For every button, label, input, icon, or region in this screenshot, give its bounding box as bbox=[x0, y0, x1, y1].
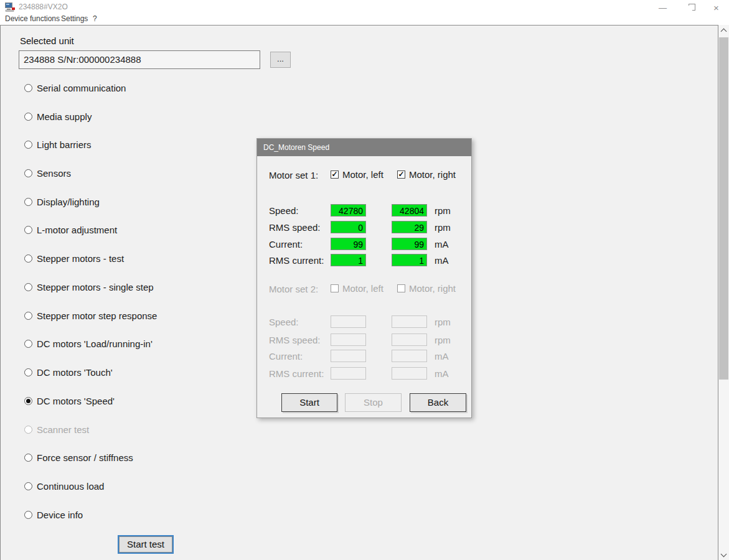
radio-icon bbox=[24, 340, 32, 348]
test-option-sensors[interactable]: Sensors bbox=[24, 167, 71, 179]
radio-selected-icon bbox=[24, 397, 32, 405]
set2-rms-current-left-value bbox=[331, 367, 366, 380]
test-option-label: Scanner test bbox=[37, 424, 89, 435]
test-option-serial-communication[interactable]: Serial communication bbox=[24, 82, 126, 93]
checkbox-checked-icon bbox=[397, 170, 405, 179]
set1-rms-speed-right-value: 29 bbox=[392, 221, 427, 233]
test-option-label: Media supply bbox=[37, 111, 92, 122]
restore-icon[interactable] bbox=[675, 0, 703, 15]
test-option-stepper-motors-single-step[interactable]: Stepper motors - single step bbox=[24, 281, 154, 292]
test-option-dc-motors-speed[interactable]: DC motors 'Speed' bbox=[24, 395, 115, 406]
menu-help[interactable]: ? bbox=[93, 14, 97, 23]
close-icon[interactable]: × bbox=[702, 0, 729, 15]
set2-rms-current-unit: mA bbox=[435, 368, 449, 379]
radio-icon bbox=[24, 368, 32, 376]
checkbox-checked-icon bbox=[331, 170, 339, 179]
test-option-dc-motors-touch[interactable]: DC motors 'Touch' bbox=[24, 366, 113, 378]
motor-set-2-left-checkbox: Motor, left bbox=[331, 283, 383, 294]
motor-set-2-right-checkbox: Motor, right bbox=[397, 283, 456, 294]
motor-set-1-label: Motor set 1: bbox=[269, 170, 318, 180]
radio-icon bbox=[24, 511, 32, 519]
test-option-label: Force sensor / stiffness bbox=[37, 452, 133, 463]
scrollbar-thumb[interactable] bbox=[719, 37, 728, 380]
test-option-scanner-test: Scanner test bbox=[24, 424, 89, 435]
set2-rms-speed-unit: rpm bbox=[435, 335, 451, 345]
test-option-stepper-motor-step-response[interactable]: Stepper motor step response bbox=[24, 310, 157, 321]
set2-rms-speed-label: RMS speed: bbox=[269, 335, 321, 345]
test-option-light-barriers[interactable]: Light barriers bbox=[24, 139, 92, 150]
scroll-up-icon[interactable] bbox=[718, 25, 729, 35]
checkbox-label: Motor, left bbox=[342, 283, 383, 294]
vertical-scrollbar[interactable] bbox=[718, 25, 729, 560]
set1-current-label: Current: bbox=[269, 239, 303, 250]
set1-rms-current-unit: mA bbox=[435, 255, 449, 266]
set1-rms-current-right-value: 1 bbox=[392, 254, 427, 266]
checkbox-label: Motor, right bbox=[409, 283, 456, 294]
checkbox-unchecked-icon bbox=[331, 284, 339, 292]
stop-button: Stop bbox=[345, 393, 402, 412]
browse-button[interactable]: ... bbox=[270, 52, 291, 68]
menu-settings[interactable]: Settings bbox=[61, 14, 88, 23]
test-option-label: Stepper motor step response bbox=[37, 310, 157, 321]
set1-rms-current-left-value: 1 bbox=[331, 254, 366, 266]
radio-icon bbox=[24, 283, 32, 291]
test-option-label: Continuous load bbox=[37, 481, 104, 492]
radio-icon bbox=[24, 226, 32, 234]
radio-icon bbox=[24, 482, 32, 490]
test-option-label: DC motors 'Load/running-in' bbox=[37, 338, 153, 349]
start-test-button[interactable]: Start test bbox=[118, 535, 174, 554]
start-button[interactable]: Start bbox=[281, 393, 337, 412]
set1-current-unit: mA bbox=[435, 239, 449, 250]
radio-icon bbox=[24, 312, 32, 320]
scroll-down-icon[interactable] bbox=[718, 549, 729, 560]
window-title: 234888#VX2O bbox=[19, 2, 68, 11]
test-option-label: Serial communication bbox=[37, 83, 126, 93]
menu-bar: Device functions Settings ? bbox=[0, 14, 729, 25]
radio-disabled-icon bbox=[24, 426, 32, 434]
dc-motoren-speed-dialog: DC_Motoren Speed Motor set 1: Motor, lef… bbox=[256, 138, 472, 418]
set2-speed-label: Speed: bbox=[269, 317, 299, 327]
set1-speed-right-value: 42804 bbox=[392, 204, 427, 217]
set2-rms-current-label: RMS current: bbox=[269, 368, 324, 379]
test-option-display-lighting[interactable]: Display/lighting bbox=[24, 196, 100, 207]
test-option-media-supply[interactable]: Media supply bbox=[24, 111, 92, 122]
motor-set-2-label: Motor set 2: bbox=[269, 284, 318, 294]
selected-unit-field[interactable]: 234888 S/Nr:000000234888 bbox=[19, 50, 260, 69]
application-window: 234888#VX2O — × Device functions Setting… bbox=[0, 0, 729, 560]
test-option-label: L-motor adjustment bbox=[37, 225, 117, 235]
set2-current-left-value bbox=[331, 350, 366, 362]
set2-rms-current-right-value bbox=[392, 367, 427, 380]
selected-unit-label: Selected unit bbox=[20, 35, 74, 46]
set1-rms-speed-unit: rpm bbox=[435, 222, 451, 233]
set2-speed-unit: rpm bbox=[435, 317, 451, 327]
test-option-device-info[interactable]: Device info bbox=[24, 509, 83, 520]
set2-rms-speed-left-value bbox=[331, 334, 366, 346]
menu-device-functions[interactable]: Device functions bbox=[5, 14, 60, 23]
test-option-label: Light barriers bbox=[37, 139, 92, 150]
test-option-label: DC motors 'Touch' bbox=[37, 367, 113, 378]
radio-icon bbox=[24, 84, 32, 92]
minimize-icon[interactable]: — bbox=[649, 0, 677, 15]
test-option-label: Stepper motors - single step bbox=[37, 282, 154, 292]
radio-icon bbox=[24, 141, 32, 149]
test-option-force-sensor-stiffness[interactable]: Force sensor / stiffness bbox=[24, 452, 133, 463]
test-option-dc-motors-load-running-in[interactable]: DC motors 'Load/running-in' bbox=[24, 338, 153, 349]
set1-current-right-value: 99 bbox=[392, 238, 427, 250]
dialog-title[interactable]: DC_Motoren Speed bbox=[257, 139, 471, 156]
motor-set-1-left-checkbox[interactable]: Motor, left bbox=[331, 169, 383, 180]
set2-speed-left-value bbox=[331, 315, 366, 328]
checkbox-unchecked-icon bbox=[397, 284, 405, 292]
test-option-label: Display/lighting bbox=[37, 197, 100, 207]
test-option-label: Device info bbox=[37, 510, 83, 520]
test-option-continuous-load[interactable]: Continuous load bbox=[24, 480, 104, 492]
set1-rms-speed-label: RMS speed: bbox=[269, 222, 321, 233]
radio-icon bbox=[24, 454, 32, 462]
test-option-l-motor-adjustment[interactable]: L-motor adjustment bbox=[24, 224, 117, 235]
radio-icon bbox=[24, 169, 32, 177]
motor-set-1-right-checkbox[interactable]: Motor, right bbox=[397, 169, 456, 180]
set2-speed-right-value bbox=[392, 315, 427, 328]
set1-current-left-value: 99 bbox=[331, 238, 366, 250]
back-button[interactable]: Back bbox=[410, 393, 466, 412]
test-option-stepper-motors-test[interactable]: Stepper motors - test bbox=[24, 253, 124, 264]
set2-current-label: Current: bbox=[269, 351, 303, 362]
